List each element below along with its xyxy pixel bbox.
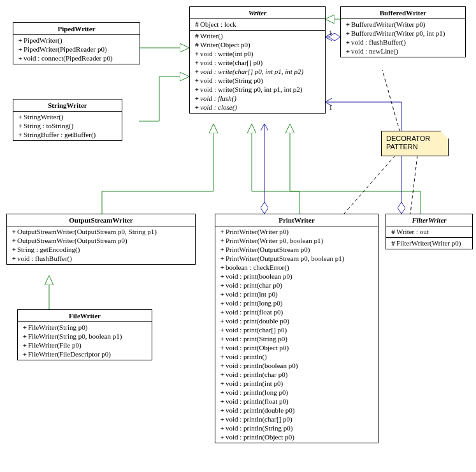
visibility-icon: + <box>194 103 200 112</box>
member-text: void : write(char[] p0) <box>200 59 263 66</box>
member-text: void : connect(PipedReader p0) <box>24 54 113 62</box>
member-text: OutputStreamWriter(OutputStream p0, Stri… <box>17 228 157 235</box>
visibility-icon: + <box>219 227 226 236</box>
visibility-icon: # <box>390 239 396 247</box>
gen-stringwriter-writer <box>139 77 189 121</box>
member-row: +void : print(int p0) <box>219 290 374 299</box>
member-row: +void : println(long p0) <box>219 388 374 397</box>
member-row: #Writer() <box>194 31 321 40</box>
member-text: void : write(String p0, int p1, int p2) <box>200 85 302 93</box>
visibility-icon: + <box>345 47 351 55</box>
member-row: +OutputStreamWriter(OutputStream p0) <box>11 236 191 245</box>
ops: +FileWriter(String p0)+FileWriter(String… <box>18 322 152 360</box>
visibility-icon: + <box>219 263 226 272</box>
member-text: String : getEncoding() <box>17 246 80 253</box>
visibility-icon: + <box>11 227 17 236</box>
member-text: void : flushBuffer() <box>351 38 406 46</box>
ops: +PipedWriter()+PipedWriter(PipedReader p… <box>13 35 140 64</box>
member-text: void : println(boolean p0) <box>226 362 298 369</box>
note-line2: PATTERN <box>386 143 444 151</box>
agg-filterwriter-writer <box>325 102 401 214</box>
member-row: +void : println(double p0) <box>219 406 374 415</box>
member-row: +void : write(char[] p0, int p1, int p2) <box>194 67 321 76</box>
visibility-icon: + <box>219 281 226 290</box>
member-row: +void : write(String p0, int p1, int p2) <box>194 85 321 94</box>
class-title: PrintWriter <box>215 214 378 226</box>
member-text: PrintWriter(Writer p0) <box>226 228 289 235</box>
visibility-icon: + <box>219 432 226 441</box>
gen-printwriter-writer <box>252 124 299 214</box>
class-title: OutputStreamWriter <box>7 214 195 226</box>
visibility-icon: + <box>219 325 226 334</box>
member-row: +void : print(char p0) <box>219 281 374 290</box>
mult-bw: 1 <box>329 29 333 36</box>
class-title: FilterWriter <box>386 214 472 226</box>
class-title: StringWriter <box>13 100 122 112</box>
member-text: void : println(Object p0) <box>226 433 294 441</box>
visibility-icon: + <box>17 121 24 130</box>
visibility-icon: + <box>219 299 226 307</box>
ops: #FilterWriter(Writer p0) <box>386 238 472 249</box>
member-text: void : println() <box>226 353 267 360</box>
member-row: +void : flush() <box>194 94 321 103</box>
visibility-icon: + <box>219 379 226 388</box>
member-row: +void : write(char[] p0) <box>194 58 321 67</box>
visibility-icon: + <box>11 245 17 254</box>
member-row: +FileWriter(FileDescriptor p0) <box>22 350 148 358</box>
member-row: +void : print(char[] p0) <box>219 325 374 334</box>
member-row: #FilterWriter(Writer p0) <box>390 239 468 247</box>
member-row: +OutputStreamWriter(OutputStream p0, Str… <box>11 227 191 236</box>
visibility-icon: + <box>345 38 351 47</box>
visibility-icon: + <box>11 236 17 245</box>
member-text: PrintWriter(OutputStream p0) <box>226 246 310 253</box>
visibility-icon: + <box>194 85 200 94</box>
visibility-icon: + <box>22 350 28 358</box>
visibility-icon: + <box>194 49 200 58</box>
visibility-icon: + <box>11 254 17 263</box>
visibility-icon: + <box>219 397 226 406</box>
member-text: PrintWriter(OutputStream p0, boolean p1) <box>226 254 345 262</box>
member-row: +PrintWriter(Writer p0, boolean p1) <box>219 236 374 245</box>
member-row: +void : println(String p0) <box>219 424 374 432</box>
class-title: Writer <box>190 7 325 19</box>
class-filterwriter: FilterWriter #Writer : out #FilterWriter… <box>386 214 473 249</box>
visibility-icon: + <box>194 58 200 67</box>
visibility-icon: + <box>17 54 24 63</box>
member-row: +void : println(Object p0) <box>219 432 374 441</box>
visibility-icon: + <box>345 29 351 38</box>
member-row: +StringWriter() <box>17 112 118 121</box>
visibility-icon: + <box>219 370 226 379</box>
visibility-icon: # <box>194 31 200 40</box>
visibility-icon: + <box>219 424 226 432</box>
member-row: #Writer : out <box>390 227 468 236</box>
member-row: +void : print(long p0) <box>219 299 374 307</box>
member-text: void : println(char[] p0) <box>226 415 292 423</box>
class-title: FileWriter <box>18 310 152 322</box>
member-text: StringBuffer : getBuffer() <box>24 131 96 138</box>
member-text: String : toString() <box>24 122 73 129</box>
visibility-icon: + <box>17 36 24 45</box>
member-text: void : print(float p0) <box>226 308 283 316</box>
member-text: void : println(double p0) <box>226 406 294 414</box>
member-text: void : write(int p0) <box>200 50 253 57</box>
visibility-icon: # <box>390 227 396 236</box>
member-row: +PrintWriter(OutputStream p0) <box>219 245 374 254</box>
ops: #Writer()#Writer(Object p0)+void : write… <box>190 31 325 113</box>
visibility-icon: + <box>17 130 24 139</box>
member-text: Writer : out <box>396 228 429 235</box>
visibility-icon: + <box>219 236 226 245</box>
member-text: PipedWriter(PipedReader p0) <box>24 45 107 53</box>
member-text: OutputStreamWriter(OutputStream p0) <box>17 237 127 244</box>
member-row: +void : print(Object p0) <box>219 343 374 352</box>
member-text: void : flush() <box>200 94 236 102</box>
member-row: +void : flushBuffer() <box>345 38 461 47</box>
member-text: void : print(Object p0) <box>226 344 289 351</box>
visibility-icon: + <box>219 361 226 370</box>
member-text: BufferedWriter(Writer p0, int p1) <box>351 29 445 37</box>
member-row: +FileWriter(String p0) <box>22 323 148 332</box>
member-row: +void : println(boolean p0) <box>219 361 374 370</box>
member-text: FileWriter(String p0) <box>28 323 87 331</box>
member-text: boolean : checkError() <box>226 263 289 271</box>
class-pipedwriter: PipedWriter +PipedWriter()+PipedWriter(P… <box>13 22 140 64</box>
member-text: void : println(float p0) <box>226 397 289 405</box>
